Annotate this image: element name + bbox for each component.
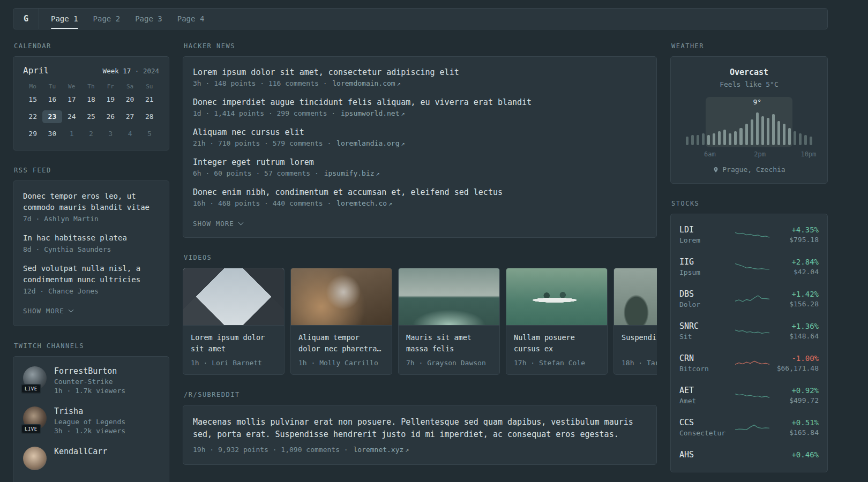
hn-item-title[interactable]: Integer eget rutrum lorem <box>193 157 647 167</box>
video-card[interactable]: Suspendisse diam 18h · Tara <box>613 268 657 375</box>
twitch-channel-row[interactable]: LIVE ForrestBurton Counter-Strike 1h · 1… <box>23 366 159 395</box>
tab-page-3[interactable]: Page 3 <box>128 9 170 29</box>
twitch-channel-row[interactable]: LIVE Trisha League of Legends 3h · 1.2k … <box>23 406 159 435</box>
stock-change: +2.84% <box>774 258 819 266</box>
calendar-day: 15 <box>23 93 42 106</box>
calendar-weekday-row: Mo Tu We Th Fr Sa Su <box>23 83 159 93</box>
stock-price: $499.72 <box>774 396 819 404</box>
stock-id: IIG Ipsum <box>679 257 731 276</box>
section-header-weather: WEATHER <box>671 42 828 50</box>
rss-show-more-button[interactable]: SHOW MORE <box>23 305 73 318</box>
hn-domain-link[interactable]: loremlandia.org <box>336 139 399 147</box>
calendar-week: Week 17 <box>103 67 131 75</box>
stock-values: +0.51% $165.84 <box>774 418 819 436</box>
stock-row[interactable]: AET Amet +0.92% $499.72 <box>679 379 819 411</box>
video-card[interactable]: Mauris sit amet massa felis 7h · Grayson… <box>398 268 500 375</box>
video-info: Suspendisse diam 18h · Tara <box>614 326 657 374</box>
channel-name: Trisha <box>54 406 125 416</box>
post-title[interactable]: Maecenas mollis pulvinar erat non posuer… <box>193 416 647 441</box>
hn-domain-link[interactable]: ipsumify.biz <box>324 169 375 177</box>
live-badge: LIVE <box>21 424 41 434</box>
videos-section: VIDEOS Lorem ipsum dolor sit amet consec… <box>183 254 657 375</box>
avatar <box>23 447 47 470</box>
channel-info: Trisha League of Legends 3h · 1.2k viewe… <box>54 406 125 435</box>
rss-item-title[interactable]: Donec tempor eros leo, ut commodo mauris… <box>23 191 159 213</box>
topbar: G Page 1 Page 2 Page 3 Page 4 <box>13 8 828 29</box>
weather-chart: 9° <box>684 97 814 147</box>
stock-row[interactable]: DBS Dolor +1.42% $156.28 <box>679 283 819 315</box>
stock-change: +0.51% <box>774 418 819 427</box>
calendar-day-grid: 15 16 17 18 19 20 21 22 23 24 25 26 27 2… <box>23 93 159 140</box>
stock-sparkline <box>731 421 774 434</box>
calendar-week-label: Week 17 · 2024 <box>103 67 159 75</box>
stock-sparkline <box>731 325 774 337</box>
stock-price: $165.84 <box>774 428 819 436</box>
stock-row[interactable]: CCS Consectetur +0.51% $165.84 <box>679 411 819 443</box>
twitch-channel-row[interactable]: KendallCarr <box>23 447 159 470</box>
middle-column: HACKER NEWS Lorem ipsum dolor sit amet, … <box>183 42 657 481</box>
temperature-bars <box>686 111 812 145</box>
rss-item: Donec tempor eros leo, ut commodo mauris… <box>23 191 159 223</box>
stock-change: +1.42% <box>774 290 819 298</box>
calendar-header: April Week 17 · 2024 <box>23 65 159 76</box>
weather-time-axis: 6am 2pm 10pm <box>682 149 817 159</box>
map-pin-icon <box>713 167 719 173</box>
chevron-down-icon <box>68 307 73 313</box>
hn-item-title[interactable]: Donec imperdiet augue tincidunt felis al… <box>193 97 647 107</box>
video-card[interactable]: Nullam posuere cursus ex 17h · Stefan Co… <box>506 268 608 375</box>
hn-item-meta: 1d · 1,414 points · 299 comments · ipsum… <box>193 109 647 117</box>
stock-name: Lorem <box>679 236 731 244</box>
hn-show-more-button[interactable]: SHOW MORE <box>193 217 243 231</box>
hn-meta-text: 1d · 1,414 points · 299 comments · <box>193 109 335 117</box>
rss-section: RSS FEED Donec tempor eros leo, ut commo… <box>13 167 169 326</box>
hn-item-title[interactable]: Aliquam nec cursus elit <box>193 127 647 137</box>
stock-values: +1.36% $148.64 <box>774 322 819 340</box>
video-title: Mauris sit amet massa felis <box>406 332 492 355</box>
stock-row[interactable]: CRN Bitcorn -1.00% $66,171.48 <box>679 347 819 379</box>
section-header-videos: VIDEOS <box>184 254 657 261</box>
external-link-icon: ↗ <box>401 110 405 117</box>
calendar-day: 17 <box>62 93 81 106</box>
calendar-day: 22 <box>23 110 42 123</box>
stock-price: $156.28 <box>774 300 819 308</box>
calendar-section: CALENDAR April Week 17 · 2024 Mo Tu We <box>13 42 169 150</box>
video-card[interactable]: Lorem ipsum dolor sit amet consectetu… 1… <box>183 268 285 375</box>
dashboard-columns: CALENDAR April Week 17 · 2024 Mo Tu We <box>13 42 828 482</box>
stock-row[interactable]: LDI Lorem +4.35% $795.18 <box>679 219 819 251</box>
page-tabs: Page 1 Page 2 Page 3 Page 4 <box>43 9 212 29</box>
stock-symbol: IIG <box>679 257 731 267</box>
section-header-subreddit: /R/SUBREDDIT <box>184 391 657 398</box>
post-domain-link[interactable]: loremnet.xyz <box>353 446 403 454</box>
stock-row[interactable]: IIG Ipsum +2.84% $42.04 <box>679 251 819 283</box>
rss-item-title[interactable]: In hac habitasse platea <box>23 232 159 244</box>
tab-page-2[interactable]: Page 2 <box>86 9 128 29</box>
stock-id: CCS Consectetur <box>679 418 731 437</box>
stock-row[interactable]: AHS +0.46% <box>679 443 819 468</box>
rss-item-title[interactable]: Sed volutpat nulla nisl, a condimentum n… <box>23 263 159 285</box>
app-logo[interactable]: G <box>13 9 39 29</box>
tab-page-1[interactable]: Page 1 <box>43 9 86 29</box>
time-label: 2pm <box>754 150 766 158</box>
weekday-label: Fr <box>101 83 120 90</box>
hn-domain-link[interactable]: ipsumworld.net <box>341 109 400 117</box>
video-thumbnail <box>399 268 499 326</box>
twitch-section: TWITCH CHANNELS LIVE ForrestBurton Count… <box>13 342 169 482</box>
stock-row[interactable]: SNRC Sit +1.36% $148.64 <box>679 315 819 347</box>
tab-page-4[interactable]: Page 4 <box>170 9 212 29</box>
video-meta: 1h · Molly Carrillo <box>298 359 384 367</box>
video-card[interactable]: Aliquam tempor dolor nec pharetra… 1h · … <box>290 268 392 375</box>
hn-item: Donec enim nibh, condimentum et accumsan… <box>193 187 647 207</box>
stock-id: SNRC Sit <box>679 321 731 341</box>
stock-id: LDI Lorem <box>679 225 731 244</box>
hn-domain-link[interactable]: loremdomain.com <box>332 79 395 87</box>
hn-item-title[interactable]: Lorem ipsum dolor sit amet, consectetur … <box>193 67 647 77</box>
weather-condition: Overcast <box>682 67 817 77</box>
section-header-hackernews: HACKER NEWS <box>184 42 657 50</box>
external-link-icon: ↗ <box>388 200 392 207</box>
stock-price: $42.04 <box>774 268 819 276</box>
hn-domain-link[interactable]: loremtech.co <box>336 199 387 207</box>
calendar-day: 24 <box>62 110 81 123</box>
hn-item-title[interactable]: Donec enim nibh, condimentum et accumsan… <box>193 187 647 197</box>
stock-values: -1.00% $66,171.48 <box>774 354 819 372</box>
weather-section: WEATHER Overcast Feels like 5°C 9° 6am 2… <box>670 42 828 184</box>
